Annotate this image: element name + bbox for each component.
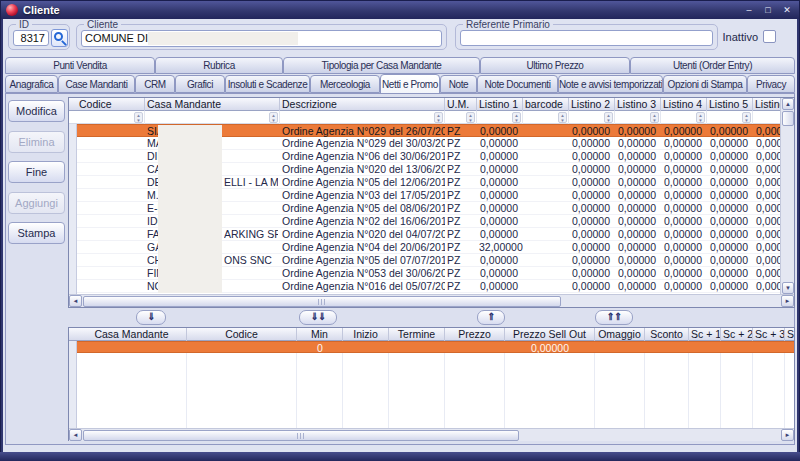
table-row[interactable]: FAARKING SRLOrdine Agenzia N°020 del 04/… [77, 228, 780, 241]
tab-merceologia[interactable]: Merceologia [310, 75, 380, 93]
column-header-omaggio[interactable]: Omaggio [595, 328, 645, 341]
table-row[interactable]: NOOrdine Agenzia N°016 del 05/07/2017PZ0… [77, 280, 780, 293]
scroll-left-icon[interactable]: ◄ [69, 429, 82, 441]
v-scrollbar[interactable]: ▲▼ [780, 98, 794, 294]
column-header-listino-6[interactable]: Listino 6 [753, 98, 780, 111]
column-header-inizio[interactable]: Inizio [343, 328, 389, 341]
column-header-sc-1[interactable]: Sc + 1 [689, 328, 721, 341]
column-header-min[interactable]: Min [297, 328, 343, 341]
h-scrollbar[interactable]: ◄► [69, 294, 794, 307]
inattivo-checkbox[interactable] [763, 30, 776, 43]
scroll-left-icon[interactable]: ◄ [69, 295, 82, 307]
move-all-down-button[interactable]: ⇓⇓ [299, 310, 337, 325]
filter-spinner-icon[interactable]: ▲▼ [742, 112, 751, 123]
filter-spinner-icon[interactable]: ▲▼ [134, 112, 143, 123]
filter-listino-5[interactable]: ▲▼ [707, 111, 753, 124]
table-row[interactable]: M.Ordine Agenzia N°03 del 17/05/2017PZ0,… [77, 189, 780, 202]
h-scrollbar[interactable]: ◄► [69, 428, 794, 441]
column-header-termine[interactable]: Termine [389, 328, 445, 341]
filter-casa-mandante[interactable]: ▲▼ [145, 111, 280, 124]
filter-spinner-icon[interactable]: ▲▼ [696, 112, 705, 123]
tab-privacy[interactable]: Privacy [747, 75, 795, 93]
tab-grafici[interactable]: Grafici [175, 75, 225, 93]
column-header-casa-mandante[interactable]: Casa Mandante [145, 98, 280, 111]
table-row[interactable]: GAOrdine Agenzia N°04 del 20/06/2017PZ32… [77, 241, 780, 254]
maximize-button[interactable]: □ [761, 4, 775, 17]
filter-spinner-icon[interactable]: ▲▼ [604, 112, 613, 123]
id-input[interactable] [13, 30, 49, 46]
table-row[interactable]: DEELLI - LA MIOrdine Agenzia N°05 del 12… [77, 176, 780, 189]
column-header-sc-4[interactable]: Sc + 4 [785, 328, 794, 341]
scroll-up-icon[interactable]: ▲ [782, 98, 794, 110]
selected-detail-row[interactable]: 00,00000 [77, 341, 794, 353]
table-row[interactable]: SIAOrdine Agenzia N°029 del 26/07/2012PZ… [77, 124, 780, 137]
filter-spinner-icon[interactable]: ▲▼ [434, 112, 443, 123]
search-button[interactable] [51, 29, 68, 47]
filter-spinner-icon[interactable]: ▲▼ [512, 112, 521, 123]
filter-barcode[interactable]: ▲▼ [523, 111, 569, 124]
modifica-button[interactable]: Modifica [8, 100, 65, 122]
tab-insoluti-e-scadenze[interactable]: Insoluti e Scadenze [225, 75, 310, 93]
tab-utenti-order-entry[interactable]: Utenti (Order Entry) [630, 57, 795, 74]
column-header-listino-4[interactable]: Listino 4 [661, 98, 707, 111]
filter-listino-6[interactable]: ▲▼ [753, 111, 780, 124]
move-up-button[interactable]: ⇑ [477, 310, 505, 325]
tab-note[interactable]: Note [440, 75, 477, 93]
column-header-sconto[interactable]: Sconto [645, 328, 689, 341]
filter-u-m[interactable]: ▲▼ [445, 111, 477, 124]
column-header-u-m[interactable]: U.M. [445, 98, 477, 111]
move-all-up-button[interactable]: ⇑⇑ [595, 310, 633, 325]
tab-punti-vendita[interactable]: Punti Vendita [5, 57, 155, 74]
column-header-prezzo-sell-out[interactable]: Prezzo Sell Out [505, 328, 595, 341]
tab-anagrafica[interactable]: Anagrafica [5, 75, 58, 93]
stampa-button[interactable]: Stampa [8, 222, 65, 244]
minimize-button[interactable]: – [742, 4, 756, 17]
move-down-button[interactable]: ⇓ [136, 310, 166, 325]
filter-listino-1[interactable]: ▲▼ [477, 111, 523, 124]
table-row[interactable]: IDEOrdine Agenzia N°02 del 16/06/2017PZ0… [77, 215, 780, 228]
filter-codice[interactable]: ▲▼ [77, 111, 145, 124]
tab-netti-e-promo[interactable]: Netti e Promo [380, 74, 440, 94]
column-header-sc-2[interactable]: Sc + 2 [721, 328, 753, 341]
tab-tipologia-per-casa-mandante[interactable]: Tipologia per Casa Mandante [283, 57, 480, 74]
h-scroll-thumb[interactable] [83, 430, 519, 441]
column-header-descrizione[interactable]: Descrizione [280, 98, 445, 111]
tab-ultimo-prezzo[interactable]: Ultimo Prezzo [480, 57, 630, 74]
close-button[interactable]: ✕ [780, 4, 794, 17]
scroll-down-icon[interactable]: ▼ [782, 282, 794, 294]
filter-spinner-icon[interactable]: ▲▼ [466, 112, 475, 123]
tab-crm[interactable]: CRM [135, 75, 175, 93]
tab-opzioni-di-stampa[interactable]: Opzioni di Stampa [663, 75, 747, 93]
tab-note-documenti[interactable]: Note Documenti [477, 75, 558, 93]
filter-spinner-icon[interactable]: ▲▼ [650, 112, 659, 123]
column-header-listino-5[interactable]: Listino 5 [707, 98, 753, 111]
column-header-sc-3[interactable]: Sc + 3 [753, 328, 785, 341]
tab-case-mandanti[interactable]: Case Mandanti [58, 75, 135, 93]
fine-button[interactable]: Fine [8, 161, 65, 183]
cliente-input[interactable]: COMUNE DI [81, 30, 442, 47]
column-header-codice[interactable]: Codice [77, 98, 145, 111]
column-header-listino-2[interactable]: Listino 2 [569, 98, 615, 111]
filter-listino-2[interactable]: ▲▼ [569, 111, 615, 124]
filter-listino-3[interactable]: ▲▼ [615, 111, 661, 124]
column-header-prezzo[interactable]: Prezzo [445, 328, 505, 341]
column-header-listino-3[interactable]: Listino 3 [615, 98, 661, 111]
scroll-right-icon[interactable]: ► [781, 295, 794, 307]
table-row[interactable]: CHONS SNCOrdine Agenzia N°05 del 07/07/2… [77, 254, 780, 267]
filter-spinner-icon[interactable]: ▲▼ [269, 112, 278, 123]
column-header-codice[interactable]: Codice [187, 328, 297, 341]
table-row[interactable]: MAOrdine Agenzia N°029 del 30/03/2017PZ0… [77, 137, 780, 150]
tab-rubrica[interactable]: Rubrica [155, 57, 283, 74]
table-row[interactable]: CAOrdine Agenzia N°020 del 13/06/2017PZ0… [77, 163, 780, 176]
h-scroll-thumb[interactable] [83, 296, 561, 307]
table-row[interactable]: E-FOrdine Agenzia N°05 del 08/06/2017PZ0… [77, 202, 780, 215]
referente-input[interactable] [460, 30, 713, 46]
filter-listino-4[interactable]: ▲▼ [661, 111, 707, 124]
v-scroll-thumb[interactable] [782, 111, 794, 126]
table-row[interactable]: DIEOrdine Agenzia N°06 del 30/06/2017PZ0… [77, 150, 780, 163]
column-header-listino-1[interactable]: Listino 1 [477, 98, 523, 111]
column-header-casa-mandante[interactable]: Casa Mandante [77, 328, 187, 341]
table-row[interactable]: FINOrdine Agenzia N°053 del 30/06/2017PZ… [77, 267, 780, 280]
column-header-barcode[interactable]: barcode [523, 98, 569, 111]
filter-descrizione[interactable]: ▲▼ [280, 111, 445, 124]
